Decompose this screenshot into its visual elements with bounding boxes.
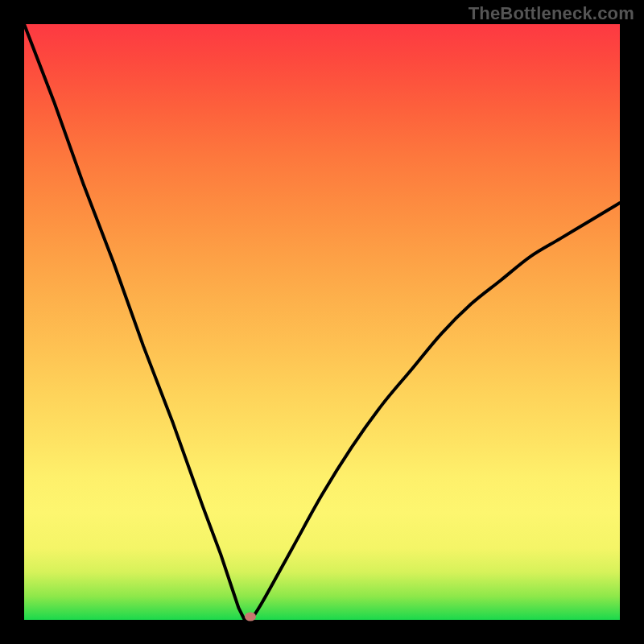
bottleneck-curve	[24, 24, 620, 621]
plot-area	[24, 24, 620, 620]
chart-frame: TheBottleneck.com	[0, 0, 644, 644]
watermark-text: TheBottleneck.com	[469, 3, 634, 24]
optimal-point-marker	[245, 613, 256, 621]
curve-layer	[24, 24, 620, 620]
